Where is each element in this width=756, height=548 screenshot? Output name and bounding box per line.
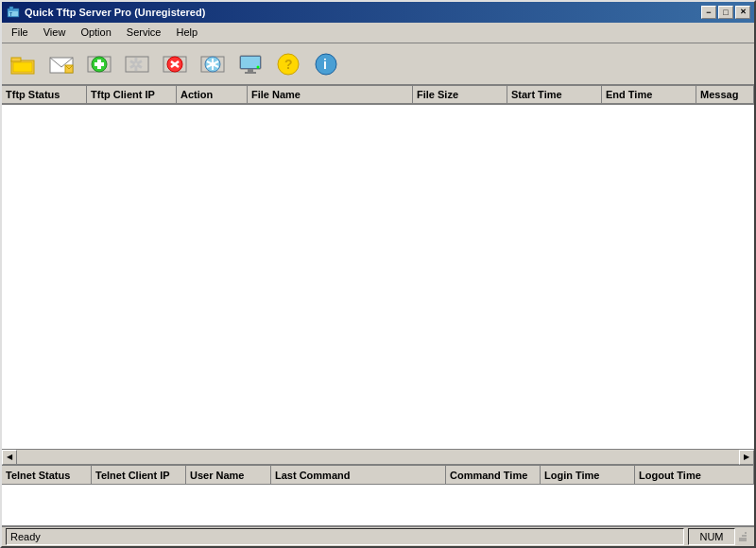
maximize-button[interactable]: □ bbox=[718, 6, 733, 19]
tftp-client-ip-col-header: Tftp Client IP bbox=[87, 86, 177, 103]
menu-bar: File View Option Service Help bbox=[2, 23, 754, 43]
login-time-col-header: Login Time bbox=[541, 466, 635, 484]
status-bar: Ready NUM bbox=[2, 525, 754, 546]
window-title: Quick Tftp Server Pro (Unregistered) bbox=[25, 7, 205, 18]
tftp-table-header: Tftp Status Tftp Client IP Action File N… bbox=[2, 86, 754, 105]
snowflake-btn[interactable] bbox=[195, 46, 231, 82]
svg-text:✲: ✲ bbox=[129, 56, 143, 75]
tftp-h-scrollbar[interactable]: ◀ ▶ bbox=[2, 449, 754, 464]
main-content: Tftp Status Tftp Client IP Action File N… bbox=[2, 86, 754, 546]
svg-text:i: i bbox=[323, 57, 327, 72]
user-name-col-header: User Name bbox=[186, 466, 271, 484]
action-col-header: Action bbox=[177, 86, 248, 103]
svg-rect-27 bbox=[245, 72, 256, 74]
end-time-col-header: End Time bbox=[602, 86, 696, 103]
svg-text:T: T bbox=[9, 11, 12, 17]
tftp-scroll-right-btn[interactable]: ▶ bbox=[739, 450, 754, 465]
add-btn[interactable] bbox=[81, 46, 117, 82]
telnet-table-header: Telnet Status Telnet Client IP User Name… bbox=[2, 466, 754, 485]
tftp-scroll-left-btn[interactable]: ◀ bbox=[2, 450, 17, 465]
menu-file[interactable]: File bbox=[4, 24, 36, 41]
tftp-scroll-track[interactable] bbox=[17, 450, 739, 464]
svg-rect-6 bbox=[13, 62, 32, 72]
menu-view[interactable]: View bbox=[36, 24, 74, 41]
telnet-table-body[interactable] bbox=[2, 485, 754, 531]
app-icon: T bbox=[6, 5, 21, 20]
file-name-col-header: File Name bbox=[248, 86, 413, 103]
monitor-btn[interactable] bbox=[232, 46, 268, 82]
resize-grip[interactable] bbox=[735, 529, 750, 544]
tftp-section: Tftp Status Tftp Client IP Action File N… bbox=[2, 86, 754, 466]
title-bar-left: T Quick Tftp Server Pro (Unregistered) bbox=[6, 5, 205, 20]
telnet-client-ip-col-header: Telnet Client IP bbox=[92, 466, 186, 484]
asterisk-btn[interactable]: ✲ bbox=[119, 46, 155, 82]
minimize-button[interactable]: − bbox=[701, 6, 716, 19]
svg-rect-26 bbox=[248, 69, 253, 72]
tftp-table-body[interactable] bbox=[2, 105, 754, 449]
tftp-status-col-header: Tftp Status bbox=[2, 86, 87, 103]
title-bar: T Quick Tftp Server Pro (Unregistered) −… bbox=[2, 2, 754, 23]
logout-time-col-header: Logout Time bbox=[635, 466, 754, 484]
menu-help[interactable]: Help bbox=[169, 24, 206, 41]
status-text: Ready bbox=[6, 528, 684, 545]
stop-btn[interactable] bbox=[157, 46, 193, 82]
svg-rect-12 bbox=[94, 62, 104, 66]
file-size-col-header: File Size bbox=[413, 86, 507, 103]
start-time-col-header: Start Time bbox=[507, 86, 602, 103]
close-button[interactable]: ✕ bbox=[735, 6, 750, 19]
svg-rect-1 bbox=[9, 7, 13, 9]
command-time-col-header: Command Time bbox=[446, 466, 541, 484]
telnet-status-col-header: Telnet Status bbox=[2, 466, 92, 484]
svg-text:?: ? bbox=[284, 57, 293, 72]
status-num: NUM bbox=[688, 528, 735, 545]
svg-point-28 bbox=[257, 65, 260, 68]
menu-service[interactable]: Service bbox=[119, 24, 169, 41]
title-bar-buttons: − □ ✕ bbox=[701, 6, 750, 19]
toolbar: ✲ bbox=[2, 43, 754, 87]
menu-option[interactable]: Option bbox=[73, 24, 118, 41]
svg-rect-5 bbox=[11, 58, 21, 61]
window-frame: T Quick Tftp Server Pro (Unregistered) −… bbox=[0, 0, 756, 548]
help-btn[interactable]: ? bbox=[270, 46, 306, 82]
last-command-col-header: Last Command bbox=[271, 466, 446, 484]
info-btn[interactable]: i bbox=[308, 46, 344, 82]
message-col-header: Messag bbox=[696, 86, 754, 103]
folder-open-btn[interactable] bbox=[6, 46, 42, 82]
email-btn[interactable] bbox=[43, 46, 79, 82]
